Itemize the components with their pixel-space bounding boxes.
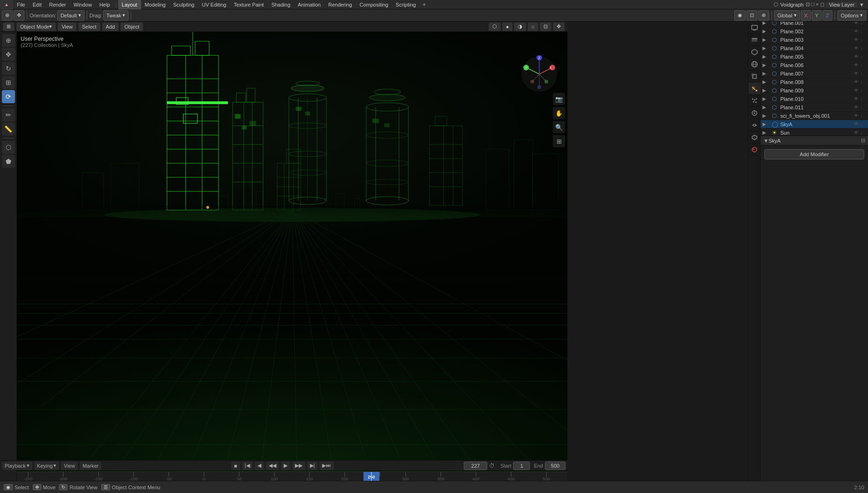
menu-help[interactable]: Help <box>96 0 114 9</box>
step-forward-btn[interactable]: ▶▶ <box>292 462 305 470</box>
menu-window[interactable]: Window <box>70 0 96 9</box>
viewport-shade-material[interactable]: ◑ <box>514 23 526 31</box>
current-frame-display[interactable]: 227 <box>464 462 487 470</box>
toolbar-move-btn[interactable]: ✥ <box>14 10 24 21</box>
tool-measure[interactable]: 📏 <box>2 122 15 136</box>
drag-dropdown[interactable]: Tweak ▾ <box>103 10 129 21</box>
hand-tool-icon[interactable]: ✋ <box>553 107 565 119</box>
tool-cursor[interactable]: ⊕ <box>2 34 15 47</box>
prop-tab-particles[interactable] <box>748 95 761 107</box>
prop-tab-output[interactable] <box>748 22 761 34</box>
prop-tab-material[interactable] <box>748 144 761 156</box>
xyz-y-btn[interactable]: Y <box>812 10 822 21</box>
workspace-rendering[interactable]: Rendering <box>325 0 356 9</box>
viewport-overlay-btn[interactable]: ⊡ <box>540 23 551 31</box>
tool-extra[interactable]: ⬟ <box>2 155 15 168</box>
viewport-shade-render[interactable]: ○ <box>528 23 538 31</box>
zoom-icon[interactable]: 🔍 <box>553 121 565 133</box>
tool-add-cube[interactable]: ⬡ <box>2 141 15 154</box>
menu-render[interactable]: Render <box>45 0 70 9</box>
viewport-icon-btn[interactable]: ⊞ <box>3 23 15 31</box>
workspace-compositing[interactable]: Compositing <box>356 0 392 9</box>
camera-icon[interactable]: 📷 <box>553 93 565 105</box>
grid-icon[interactable]: ⊞ <box>553 135 565 147</box>
object-menu-btn[interactable]: Object <box>121 23 143 31</box>
tree-item-plane-002[interactable]: ▶ ⬡ Plane.002 👁 ↓ <box>761 27 868 36</box>
app-logo[interactable]: ▲ <box>0 0 13 9</box>
prop-tab-object[interactable] <box>748 70 761 83</box>
end-frame[interactable]: 500 <box>545 462 566 470</box>
snap-icon: ⊡ <box>750 12 754 18</box>
options-btn[interactable]: Options ▾ <box>838 10 866 21</box>
tool-transform[interactable]: ⟳ <box>2 90 15 103</box>
stop-btn[interactable]: ■ <box>231 462 240 470</box>
tree-item-plane-009[interactable]: ▶ ⬡ Plane.009 👁 ↓ <box>761 86 868 95</box>
prop-tab-constraints[interactable] <box>748 119 761 131</box>
prop-tab-modifier[interactable] <box>748 83 761 95</box>
tool-rotate[interactable]: ↻ <box>2 62 15 75</box>
properties-filter-icon[interactable]: ⊟ <box>861 137 865 144</box>
tree-item-plane-004[interactable]: ▶ ⬡ Plane.004 👁 ↓ <box>761 44 868 53</box>
view-menu-btn[interactable]: View <box>58 23 76 31</box>
play-btn[interactable]: ▶ <box>281 462 290 470</box>
pivot-btn[interactable]: ⊕ <box>758 10 769 21</box>
tree-item-sci-fi-towers-obj-001[interactable]: ▶ ⬡ sci_fi_towers_obj.001 👁 ↓ <box>761 112 868 120</box>
last-frame-btn[interactable]: ▶⏭ <box>319 462 334 470</box>
orientation-dropdown[interactable]: Default ▾ <box>57 10 84 21</box>
prev-keyframe-btn[interactable]: |◀ <box>242 462 253 470</box>
prop-tab-scene[interactable] <box>748 46 761 58</box>
marker-menu[interactable]: Marker <box>80 462 101 470</box>
workspace-texture-paint[interactable]: Texture Paint <box>230 0 267 9</box>
tree-item-plane-008[interactable]: ▶ ⬡ Plane.008 👁 ↓ <box>761 78 868 86</box>
tree-item-plane-011[interactable]: ▶ ⬡ Plane.011 👁 ↓ <box>761 103 868 112</box>
viewport-3d[interactable]: User Perspective (227) Collection | SkyA… <box>17 32 567 481</box>
add-modifier-btn[interactable]: Add Modifier <box>764 149 864 159</box>
tool-annotate[interactable]: ✏ <box>2 108 15 121</box>
prop-tab-physics[interactable] <box>748 107 761 119</box>
keying-menu[interactable]: Keying ▾ <box>34 462 60 470</box>
xyz-x-btn[interactable]: X <box>801 10 811 21</box>
workspace-shading[interactable]: Shading <box>268 0 294 9</box>
xyz-z-btn[interactable]: Z <box>823 10 832 21</box>
start-frame[interactable]: 1 <box>513 462 530 470</box>
menu-edit[interactable]: Edit <box>29 0 45 9</box>
tree-item-plane-005[interactable]: ▶ ⬡ Plane.005 👁 ↓ <box>761 53 868 61</box>
view-layer-label[interactable]: View Layer <box>826 2 857 8</box>
workspace-scripting[interactable]: Scripting <box>392 0 420 9</box>
tree-item-plane-006[interactable]: ▶ ⬡ Plane.006 👁 ↓ <box>761 61 868 69</box>
tool-scale[interactable]: ⊞ <box>2 76 15 89</box>
workspace-animation[interactable]: Animation <box>294 0 325 9</box>
tree-item-sun[interactable]: ▶ ☀ Sun 👁 ↓ <box>761 129 868 136</box>
tree-item-plane-003[interactable]: ▶ ⬡ Plane.003 👁 ↓ <box>761 36 868 44</box>
object-mode-btn[interactable]: Object Mode ▾ <box>16 23 56 31</box>
next-keyframe-btn[interactable]: ▶| <box>307 462 318 470</box>
prop-tab-world[interactable] <box>748 58 761 70</box>
proportional-editing-btn[interactable]: ◉ <box>734 10 746 21</box>
frame-ruler[interactable]: -250 -200 -150 -100 -50 0 50 100 150 200… <box>0 471 567 481</box>
filter-icon[interactable]: ▼ <box>859 2 864 8</box>
viewport-gizmo-btn[interactable]: ✥ <box>553 23 565 31</box>
viewport-shade-wireframe[interactable]: ⬡ <box>489 23 501 31</box>
prop-tab-viewlayer[interactable] <box>748 34 761 46</box>
select-menu-btn[interactable]: Select <box>78 23 100 31</box>
tree-item-skya[interactable]: ▶ ◯ SkyA 👁 ↓ <box>761 120 868 129</box>
tool-move[interactable]: ✥ <box>2 48 15 61</box>
tree-item-plane-010[interactable]: ▶ ⬡ Plane.010 👁 ↓ <box>761 95 868 103</box>
workspace-uv-editing[interactable]: UV Editing <box>198 0 230 9</box>
snap-btn[interactable]: ⊡ <box>747 10 757 21</box>
global-transform-btn[interactable]: Global ▾ <box>774 10 800 21</box>
step-back-btn[interactable]: ◀ <box>255 462 264 470</box>
menu-file[interactable]: File <box>13 0 29 9</box>
workspace-sculpting[interactable]: Sculpting <box>169 0 198 9</box>
toolbar-cursor-btn[interactable]: ⊕ <box>2 10 13 21</box>
play-reverse-btn[interactable]: ◀◀ <box>266 462 279 470</box>
workspace-modeling[interactable]: Modeling <box>141 0 170 9</box>
workspace-layout[interactable]: Layout <box>118 0 141 9</box>
prop-tab-data[interactable] <box>748 131 761 144</box>
view-menu[interactable]: View <box>61 462 78 470</box>
add-menu-btn[interactable]: Add <box>102 23 119 31</box>
tree-item-plane-007[interactable]: ▶ ⬡ Plane.007 👁 ↓ <box>761 69 868 78</box>
playback-menu[interactable]: Playback ▾ <box>2 462 32 470</box>
add-workspace-button[interactable]: + <box>420 0 429 9</box>
viewport-shade-solid[interactable]: ● <box>502 23 513 31</box>
